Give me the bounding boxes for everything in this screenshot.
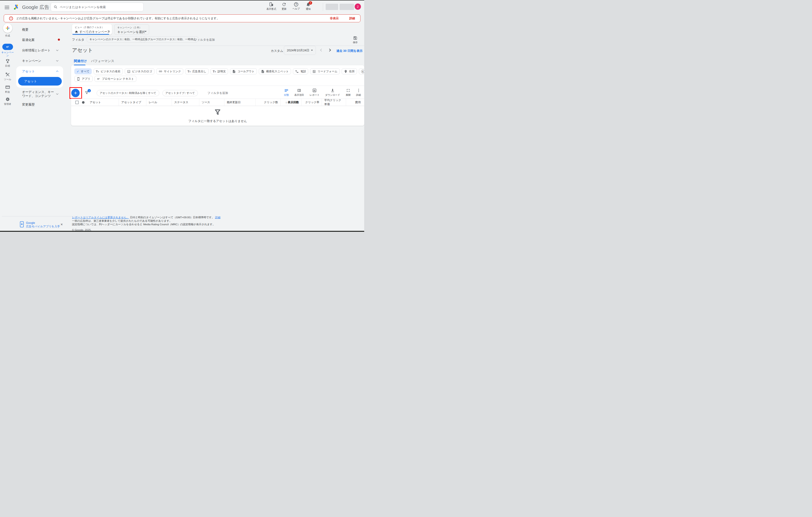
realtime-note-link[interactable]: レポートはリアルタイムには更新されません。 (72, 216, 129, 219)
date-prev-button[interactable] (320, 49, 323, 52)
chip-business-logo[interactable]: ビジネスのロゴ (125, 69, 154, 74)
column-header-asset-type[interactable]: アセットタイプ (119, 99, 146, 106)
tools-icon (5, 72, 10, 77)
chip-structured-snippet[interactable]: 構造化スニペット (259, 69, 291, 74)
chip-lead-form[interactable]: リードフォーム (310, 69, 340, 74)
table-filter-button[interactable]: 2 (85, 91, 89, 96)
chip-price[interactable]: $価格 (359, 69, 364, 74)
tab-association[interactable]: 関連付け (74, 59, 87, 63)
column-header-last-updated[interactable]: 最終更新日 (224, 99, 256, 106)
admin-label: 管理者 (0, 103, 15, 106)
rail-item-admin[interactable] (5, 97, 10, 103)
banner-details-link[interactable]: 詳細 (349, 17, 355, 21)
asset-type-chip-row-2: アプリ プロモーション テキスト (74, 76, 136, 82)
chip-description[interactable]: TT説明文 (210, 69, 228, 74)
show-last-30-days-link[interactable]: 過去 30 日間を表示 (336, 49, 362, 53)
download-button[interactable]: ダウンロード (325, 88, 340, 97)
header-divider (323, 3, 323, 11)
nav-item-assets-group[interactable]: アセット (22, 69, 35, 74)
nav-item-insights-reports[interactable]: 分析情報とレポート (22, 48, 51, 53)
add-filter-link[interactable]: フィルタを追加 (194, 38, 215, 42)
nav-item-campaigns[interactable]: キャンペーン (22, 59, 41, 63)
nav-item-audiences-keywords-content[interactable]: オーディエンス、キーワード、コンテンツ (22, 90, 57, 98)
column-header-asset[interactable]: アセット (90, 101, 101, 104)
toolbar-add-filter-link[interactable]: フィルタを追加 (207, 91, 228, 95)
toolbar-filter-chips: アセットのステータス:: 削除済みを除くすべて アセットタイプ:: すべて フィ… (97, 90, 228, 96)
create-button[interactable] (3, 24, 12, 33)
refresh-button[interactable]: 更新 (279, 2, 289, 11)
avatar[interactable]: 2 (355, 3, 361, 10)
global-search[interactable] (51, 3, 144, 11)
save-filter-button[interactable]: 保存 (353, 36, 358, 44)
mrc-note: 認定指標については、列ヘッダーにカーソルを合わせると Media Rating … (72, 223, 221, 226)
chip-call[interactable]: 電話 (293, 69, 308, 74)
promo-close-icon[interactable]: ✕ (60, 223, 63, 226)
view-selector[interactable]: ビュー（2 個のフィルタ） すべてのキャンペーン (72, 24, 112, 35)
segment-button[interactable]: 分類 (284, 88, 289, 97)
tab-performance[interactable]: パフォーマンス (91, 59, 114, 63)
card-divider (71, 85, 364, 86)
search-input[interactable] (60, 5, 141, 9)
more-options-button[interactable]: 詳細 (356, 88, 361, 97)
mobile-app-promo: Google 広告モバイルアプリを入手 (20, 221, 60, 228)
link-icon (158, 70, 162, 73)
banner-hide-link[interactable]: 非表示 (330, 17, 339, 21)
column-header-source[interactable]: ソース (199, 99, 224, 106)
nav-item-assets[interactable]: アセット (18, 77, 62, 85)
promo-google-link[interactable]: Google (26, 221, 60, 225)
nav-item-overview[interactable]: 概要 (22, 28, 28, 32)
toolbar-chip-asset-type[interactable]: アセットタイプ:: すべて (162, 90, 198, 96)
chip-promotion-text[interactable]: プロモーション テキスト (94, 76, 136, 82)
document-icon (232, 70, 236, 73)
rail-item-billing[interactable] (5, 85, 10, 91)
select-all-checkbox[interactable] (75, 101, 79, 104)
chip-callout[interactable]: コールアウト (230, 69, 257, 74)
date-next-button[interactable] (328, 49, 331, 52)
rail-item-goals[interactable] (5, 59, 10, 65)
details-link[interactable]: 詳細 (215, 216, 221, 219)
column-header-level[interactable]: レベル (146, 99, 172, 106)
display-format-button[interactable]: 表示形式 (265, 2, 277, 11)
brand-title: Google 広告 (22, 4, 49, 10)
date-picker[interactable]: 2024年10月24日 (284, 46, 316, 55)
campaign-selector[interactable]: キャンペーン（1 件） キャンペーンを選択 (114, 24, 149, 35)
toolbar-chip-asset-status[interactable]: アセットのステータス:: 削除済みを除くすべて (97, 90, 160, 96)
search-icon (54, 5, 57, 9)
dropdown-caret-icon (145, 31, 147, 32)
dropdown-caret-icon (108, 31, 110, 32)
chip-app[interactable]: アプリ (74, 76, 93, 82)
chip-all[interactable]: ✓すべて (74, 69, 92, 74)
chip-headline[interactable]: TT広告見出し (185, 69, 209, 74)
notifications-button[interactable]: 通知 ! (303, 2, 314, 11)
campaigns-rail-label: キャンペーン (0, 51, 15, 57)
filter-chip-adgroup-status[interactable]: 広告グループのステータス:: 有効、一時停止 (139, 36, 199, 43)
column-header-status[interactable]: ステータス (172, 99, 199, 106)
nav-item-change-history[interactable]: 変更履歴 (22, 103, 35, 107)
add-asset-button[interactable]: + (71, 89, 80, 97)
column-header-cost[interactable]: 費用 (346, 99, 364, 106)
filter-bar-label: フィルタ (72, 38, 84, 42)
menu-icon[interactable] (5, 5, 9, 10)
nav-item-recommendations[interactable]: 最適化案 (22, 38, 35, 42)
expand-button[interactable]: 展開 (346, 88, 350, 97)
report-chart-icon (312, 88, 317, 93)
promo-get-app-link[interactable]: 広告モバイルアプリを入手 (26, 225, 60, 228)
date-value: 2024年10月24日 (287, 48, 309, 53)
chip-location[interactable]: 住所 (342, 69, 357, 74)
column-header-avg-cpc[interactable]: 平均クリック単価 (322, 99, 346, 106)
rail-item-campaigns[interactable] (2, 44, 13, 50)
rail-item-tools[interactable] (5, 72, 10, 78)
column-header-clicks[interactable]: クリック数 (256, 99, 281, 106)
chip-sitelink[interactable]: サイトリンク (156, 69, 183, 74)
status-dot-column-icon (82, 101, 85, 104)
view-selector-active-underline (72, 34, 109, 35)
column-header-impressions[interactable]: ↓ 表示回数 (281, 99, 301, 106)
report-button[interactable]: レポート (310, 88, 320, 97)
segment-icon (284, 88, 289, 93)
redacted-account-name (326, 4, 338, 10)
chip-business-name[interactable]: TTビジネスの名前 (94, 69, 123, 74)
help-button[interactable]: ? ヘルプ (291, 2, 301, 10)
filter-chip-campaign-status[interactable]: キャンペーンのステータス:: 有効、一時停止 (86, 36, 146, 43)
column-header-ctr[interactable]: クリック率 (301, 99, 322, 106)
columns-button[interactable]: 表示項目 (294, 88, 304, 97)
